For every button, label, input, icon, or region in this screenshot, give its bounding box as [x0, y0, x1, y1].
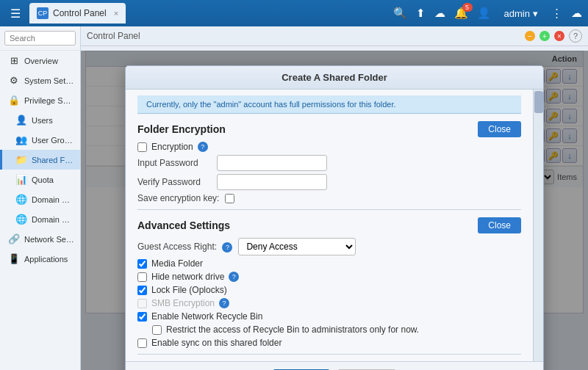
guest-access-label: Guest Access Right: ? [137, 242, 232, 253]
content-panel: Control Panel − + × ? Action ✏ 🔑 ↓ [81, 26, 588, 370]
sidebar-item-overview[interactable]: ⊞ Overview [0, 51, 80, 70]
maximize-button[interactable]: + [539, 31, 550, 41]
sidebar-item-users[interactable]: 👤 Users [0, 110, 80, 130]
help-button[interactable]: ? [569, 29, 582, 43]
close-tab-icon[interactable]: × [114, 9, 118, 18]
cp-titlebar-buttons: − + × ? [525, 29, 582, 43]
lock-file-label: Lock File (Oplocks) [151, 285, 227, 295]
cloud-upload-icon[interactable]: ☁ [434, 7, 445, 20]
modal-footer: Create Cancel [126, 361, 543, 370]
close-button[interactable]: × [554, 31, 564, 41]
dropdown-chevron-icon: ▾ [533, 8, 538, 19]
tab-icon: CP [37, 7, 49, 19]
modal-body: Currently, only the "admin" account has … [126, 90, 543, 361]
encryption-help-icon[interactable]: ? [198, 142, 208, 152]
sidebar-item-privilege-settings[interactable]: 🔒 Privilege Settings [0, 90, 80, 110]
hide-network-checkbox[interactable] [137, 272, 147, 282]
enable-recycle-row: Enable Network Recycle Bin [137, 311, 521, 322]
guest-access-select[interactable]: Deny Access Read Only Read/Write [238, 238, 356, 255]
restrict-recycle-row: Restrict the access of Recycle Bin to ad… [152, 324, 521, 335]
sidebar-item-label-overview: Overview [24, 57, 58, 65]
folder-encryption-section-header: Folder Encryption Close [137, 121, 521, 137]
sidebar-item-label-quota: Quota [32, 175, 54, 184]
sidebar-item-network-services[interactable]: 🔗 Network Servic... [0, 229, 80, 249]
main-area: ⊞ Overview ⚙ System Settings 🔒 Privilege… [0, 26, 588, 370]
sidebar-search-input[interactable] [4, 31, 76, 46]
search-icon[interactable]: 🔍 [393, 7, 407, 20]
notification-icon[interactable]: 🔔 5 [454, 7, 468, 20]
shared-folders-icon: 📁 [15, 154, 27, 165]
upload-icon[interactable]: ⬆ [416, 7, 426, 20]
enable-sync-label: Enable sync on this shared folder [151, 338, 282, 348]
sidebar-item-label-privilege-settings: Privilege Settings [24, 96, 74, 105]
user-profile-icon[interactable]: 👤 [477, 7, 491, 20]
sidebar-item-label-system-settings: System Settings [24, 76, 74, 85]
modal-scrollbar[interactable] [533, 90, 543, 361]
encryption-checkbox[interactable] [137, 142, 147, 152]
hide-network-row: Hide network drive ? [137, 272, 521, 282]
advanced-settings-section-header: Advanced Settings Close [137, 217, 521, 233]
save-key-row: Save encryption key: [137, 193, 521, 203]
sidebar-item-label-applications: Applications [24, 255, 68, 264]
lock-file-row: Lock File (Oplocks) [137, 285, 521, 295]
modal-scrollbar-thumb [534, 91, 543, 113]
verify-password-field[interactable] [217, 174, 327, 190]
enable-sync-row: Enable sync on this shared folder [137, 338, 521, 348]
sidebar-item-label-network-services: Network Servic... [24, 235, 74, 244]
applications-icon: 📱 [8, 253, 20, 264]
sidebar-item-applications[interactable]: 📱 Applications [0, 249, 80, 269]
smb-encryption-row: SMB Encryption ? [137, 298, 521, 308]
sidebar-item-shared-folders[interactable]: 📁 Shared Fol... [0, 150, 80, 170]
sidebar-item-quota[interactable]: 📊 Quota [0, 170, 80, 189]
info-banner-text: Currently, only the "admin" account has … [146, 100, 396, 109]
verify-password-row: Verify Password [137, 174, 521, 190]
overview-icon: ⊞ [8, 55, 20, 66]
section-divider-2 [137, 354, 521, 355]
input-password-field[interactable] [217, 155, 327, 171]
enable-sync-checkbox[interactable] [137, 338, 147, 348]
sidebar-item-label-shared-folders: Shared Fol... [32, 156, 74, 164]
sidebar: ⊞ Overview ⚙ System Settings 🔒 Privilege… [0, 26, 81, 370]
restrict-recycle-checkbox[interactable] [152, 325, 162, 335]
enable-recycle-label: Enable Network Recycle Bin [151, 311, 262, 322]
cloud-status-icon[interactable]: ☁ [571, 7, 582, 20]
sidebar-item-label-user-groups: User Groups [32, 136, 74, 145]
quota-icon: 📊 [15, 174, 27, 185]
media-folder-checkbox[interactable] [137, 259, 147, 269]
hide-network-help-icon[interactable]: ? [229, 272, 239, 282]
save-key-checkbox[interactable] [225, 194, 234, 203]
modal-overlay: Create A Shared Folder Currently, only t… [81, 51, 588, 370]
sidebar-item-domain-se[interactable]: 🌐 Domain Se... [0, 189, 80, 209]
info-banner: Currently, only the "admin" account has … [137, 95, 521, 114]
taskbar: ☰ CP Control Panel × 🔍 ⬆ ☁ 🔔 5 👤 admin ▾… [0, 0, 588, 26]
modal-titlebar: Create A Shared Folder [126, 66, 543, 90]
control-panel-tab[interactable]: CP Control Panel × [29, 3, 126, 23]
minimize-button[interactable]: − [525, 31, 535, 41]
privilege-settings-icon: 🔒 [8, 95, 20, 106]
sidebar-item-system-settings[interactable]: ⚙ System Settings [0, 70, 80, 90]
modal-scrollbar-area: Currently, only the "admin" account has … [126, 90, 543, 361]
restrict-recycle-label: Restrict the access of Recycle Bin to ad… [166, 324, 419, 335]
advanced-settings-title: Advanced Settings [137, 220, 230, 231]
domain-se-icon: 🌐 [15, 194, 27, 205]
cp-titlebar: Control Panel − + × ? [81, 26, 588, 46]
folder-encryption-close-button[interactable]: Close [478, 121, 521, 137]
menu-icon[interactable]: ☰ [6, 4, 25, 23]
user-menu[interactable]: admin ▾ [500, 7, 542, 21]
folder-encryption-title: Folder Encryption [137, 123, 226, 135]
network-services-icon: 🔗 [8, 233, 20, 244]
sidebar-item-label-domain-se: Domain Se... [32, 195, 74, 204]
modal-content: Currently, only the "admin" account has … [126, 90, 533, 361]
lock-file-checkbox[interactable] [137, 286, 147, 295]
sidebar-item-user-groups[interactable]: 👥 User Groups [0, 130, 80, 150]
encryption-checkbox-row: Encryption ? [137, 142, 521, 152]
guest-access-help-icon[interactable]: ? [222, 242, 232, 253]
sidebar-search-container [0, 26, 80, 51]
smb-encryption-checkbox[interactable] [137, 299, 147, 308]
tab-label: Control Panel [53, 8, 107, 18]
more-options-icon[interactable]: ⋮ [551, 7, 562, 20]
sidebar-item-domain-co[interactable]: 🌐 Domain Co... [0, 209, 80, 229]
advanced-settings-close-button[interactable]: Close [478, 217, 521, 233]
enable-recycle-checkbox[interactable] [137, 312, 147, 322]
smb-encryption-help-icon[interactable]: ? [219, 298, 229, 308]
